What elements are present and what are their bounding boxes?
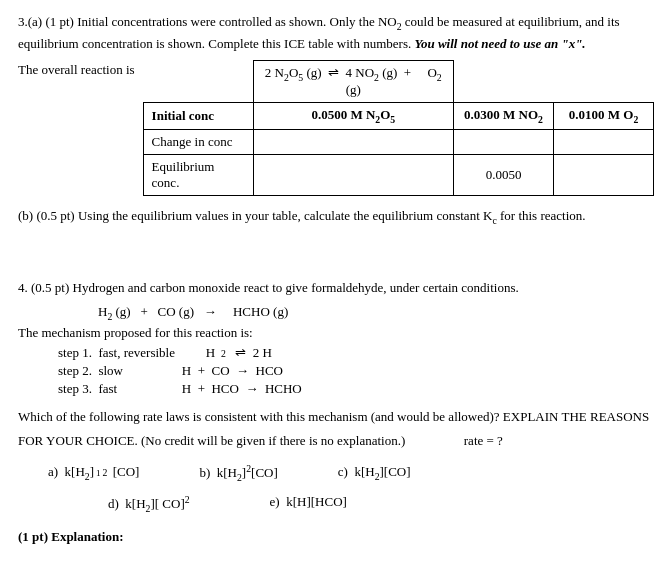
table-subheader-row: Initial conc 0.0500 M N2O5 0.0300 M NO2 …	[143, 103, 653, 130]
initial-no2: 0.0300 M NO2	[454, 103, 554, 130]
choice-c-label: c) k[H2][CO]	[338, 464, 411, 479]
choice-b-label: b) k[H2]2[CO]	[199, 465, 277, 480]
explanation-section: (1 pt) Explanation:	[18, 529, 654, 545]
q3-header: 3.(a) (1 pt) Initial concentrations were…	[18, 14, 620, 51]
reaction-row: The overall reaction is 2 N2O5 (g) ⇌ 4 N…	[18, 60, 654, 196]
choice-c: c) k[H2][CO]	[338, 460, 411, 486]
step-2-label: step 2. slow	[58, 363, 138, 379]
step-1-row: step 1. fast, reversible H2 ⇌ 2 H	[58, 345, 654, 361]
row-label-initial: Initial conc	[143, 103, 253, 130]
change-n2o5	[253, 129, 453, 154]
table-header-row: 2 N2O5 (g) ⇌ 4 NO2 (g) + O2 (g)	[143, 60, 653, 103]
step-3-row: step 3. fast H + HCO → HCHO	[58, 381, 654, 397]
step-2-eq: H + CO → HCO	[146, 363, 283, 379]
choice-a: a) k[H2]12 [CO]	[48, 460, 139, 486]
question-3-text: 3.(a) (1 pt) Initial concentrations were…	[18, 12, 654, 54]
choice-d-label: d) k[H2][ CO]2	[108, 496, 190, 511]
choice-d: d) k[H2][ CO]2	[108, 490, 190, 516]
step-3-label: step 3. fast	[58, 381, 138, 397]
ice-table: 2 N2O5 (g) ⇌ 4 NO2 (g) + O2 (g) Initial …	[143, 60, 654, 196]
part-b-block: (b) (0.5 pt) Using the equilibrium value…	[18, 206, 654, 228]
question-3-block: 3.(a) (1 pt) Initial concentrations were…	[18, 12, 654, 228]
change-o2	[554, 129, 654, 154]
rate-laws-block: Which of the following rate laws is cons…	[18, 405, 654, 517]
mechanism-intro: The mechanism proposed for this reaction…	[18, 325, 654, 341]
rate-question-text: Which of the following rate laws is cons…	[18, 405, 654, 452]
reaction-label: The overall reaction is	[18, 60, 135, 78]
step-1-eq: H2 ⇌ 2 H	[183, 345, 272, 361]
step-2-row: step 2. slow H + CO → HCO	[58, 363, 654, 379]
row-label-change: Change in conc	[143, 129, 253, 154]
change-no2	[454, 129, 554, 154]
q4-reaction: H2 (g) + CO (g) → HCHO (g)	[98, 304, 654, 322]
choice-a-sub: 2	[103, 464, 108, 482]
initial-n2o5: 0.0500 M N2O5	[253, 103, 453, 130]
choice-a-sup: 1	[96, 465, 101, 481]
step-3-eq: H + HCO → HCHO	[146, 381, 302, 397]
rate-choices-row2: d) k[H2][ CO]2 e) k[H][HCO]	[108, 490, 654, 516]
choice-b: b) k[H2]2[CO]	[199, 460, 277, 486]
q4-header: 4. (0.5 pt) Hydrogen and carbon monoxide…	[18, 278, 654, 298]
col1-header: 2 N2O5 (g) ⇌ 4 NO2 (g) + O2 (g)	[253, 60, 453, 103]
table-row-equilibrium: Equilibrium conc. 0.0050	[143, 154, 653, 195]
initial-o2: 0.0100 M O2	[554, 103, 654, 130]
row-label-eq: Equilibrium conc.	[143, 154, 253, 195]
step-1-label: step 1. fast, reversible	[58, 345, 175, 361]
question-4-block: 4. (0.5 pt) Hydrogen and carbon monoxide…	[18, 278, 654, 545]
choice-e: e) k[H][HCO]	[270, 490, 347, 516]
choice-e-label: e) k[H][HCO]	[270, 494, 347, 509]
eq-no2: 0.0050	[454, 154, 554, 195]
rate-choices-container: a) k[H2]12 [CO] b) k[H2]2[CO] c) k[H2][C…	[18, 460, 654, 486]
part-b-text: (b) (0.5 pt) Using the equilibrium value…	[18, 208, 586, 223]
choice-a-label: a) k[H2]	[48, 460, 94, 485]
table-row-change: Change in conc	[143, 129, 653, 154]
mechanism-steps: step 1. fast, reversible H2 ⇌ 2 H step 2…	[58, 345, 654, 397]
eq-n2o5	[253, 154, 453, 195]
eq-o2	[554, 154, 654, 195]
explanation-label: (1 pt) Explanation:	[18, 529, 123, 544]
choice-a-co: [CO]	[109, 460, 139, 483]
